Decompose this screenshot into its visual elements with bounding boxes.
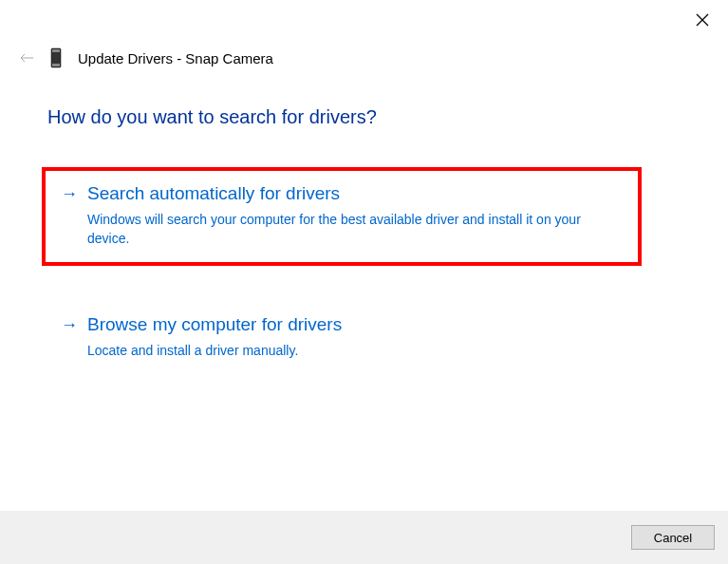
option-browse-computer[interactable]: → Browse my computer for drivers Locate … — [42, 299, 641, 375]
option-description: Locate and install a driver manually. — [87, 341, 342, 360]
device-icon — [49, 47, 63, 68]
dialog-header: Update Drivers - Snap Camera — [19, 47, 273, 68]
back-arrow-icon[interactable] — [19, 49, 34, 66]
option-title: Browse my computer for drivers — [87, 312, 342, 337]
option-title: Search automatically for drivers — [87, 181, 622, 206]
main-heading: How do you want to search for drivers? — [47, 106, 377, 128]
cancel-button[interactable]: Cancel — [631, 525, 715, 550]
close-icon — [696, 13, 709, 27]
svg-rect-4 — [52, 49, 60, 52]
arrow-right-icon: → — [61, 181, 78, 206]
svg-rect-5 — [52, 64, 60, 66]
cancel-button-label: Cancel — [654, 531, 692, 545]
option-search-automatically[interactable]: → Search automatically for drivers Windo… — [42, 168, 641, 263]
dialog-title: Update Drivers - Snap Camera — [78, 50, 273, 66]
close-button[interactable] — [694, 11, 711, 28]
dialog-footer: Cancel — [0, 511, 728, 564]
option-description: Windows will search your computer for th… — [87, 210, 622, 248]
arrow-right-icon: → — [61, 312, 78, 337]
